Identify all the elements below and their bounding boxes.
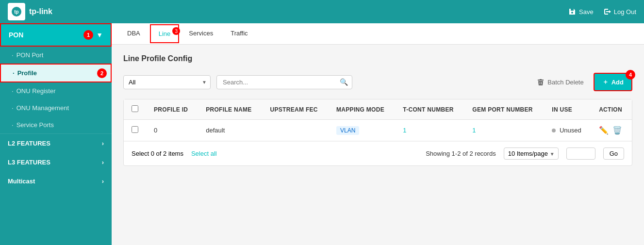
cell-profile-name: default <box>198 120 262 141</box>
tab-services[interactable]: Services <box>181 25 221 43</box>
sidebar-item-profile[interactable]: · Profile 2 <box>0 64 112 82</box>
select-all-link[interactable]: Select all <box>191 150 217 157</box>
cell-mapping-mode: VLAN <box>329 120 395 141</box>
col-header-mapping-mode: MAPPING MODE <box>329 99 395 120</box>
logout-button[interactable]: Log Out <box>603 8 636 16</box>
cell-upstream-fec <box>263 120 329 141</box>
vlan-badge: VLAN <box>336 126 359 135</box>
save-button[interactable]: Save <box>568 8 594 16</box>
sidebar-item-multicast[interactable]: Multicast › <box>0 172 112 191</box>
tab-line-badge: 3 <box>172 27 180 35</box>
svg-text:tp: tp <box>14 9 18 15</box>
cell-t-cont-number: 1 <box>395 120 464 141</box>
layout: PON 1 ▼ · PON Port · Profile 2 · ONU Reg… <box>0 23 644 245</box>
search-input[interactable] <box>221 76 340 89</box>
page-title: Line Profile Config <box>123 54 632 63</box>
logo: tp tp-link <box>8 3 52 20</box>
col-header-profile-id: PROFILE ID <box>146 99 198 120</box>
col-header-in-use: IN USE <box>544 99 591 120</box>
col-header-t-cont-number: T-CONT NUMBER <box>395 99 464 120</box>
t-cont-link[interactable]: 1 <box>403 127 406 134</box>
actions-right: Batch Delete ＋ Add 4 <box>531 73 632 91</box>
sidebar-item-l3-features[interactable]: L3 FEATURES › <box>0 153 112 172</box>
edit-icon[interactable]: ✏️ <box>599 126 609 135</box>
col-header-action: ACTION <box>591 99 632 120</box>
add-badge: 4 <box>626 70 635 80</box>
logo-text: tp-link <box>29 7 52 16</box>
delete-icon[interactable]: 🗑️ <box>612 126 622 135</box>
col-header-profile-name: PROFILE NAME <box>198 99 262 120</box>
row-checkbox[interactable] <box>132 126 138 133</box>
go-button[interactable]: Go <box>603 147 624 160</box>
cell-gem-port-number: 1 <box>464 120 544 141</box>
pon-section: PON 1 ▼ · PON Port · Profile 2 · ONU Reg… <box>0 23 112 134</box>
header-actions: Save Log Out <box>568 8 636 16</box>
select-count: Select 0 of 2 items <box>132 150 183 157</box>
search-icon: 🔍 <box>340 78 348 86</box>
sidebar-item-l2-features[interactable]: L2 FEATURES › <box>0 134 112 153</box>
content-area: Line Profile Config All 🔍 Batch Delete <box>112 45 644 176</box>
status-text: Unused <box>560 127 581 134</box>
sidebar-item-onu-register[interactable]: · ONU Register <box>0 82 112 99</box>
cell-profile-id: 0 <box>146 120 198 141</box>
sidebar-item-pon[interactable]: PON 1 ▼ <box>0 23 112 47</box>
sidebar-item-service-ports[interactable]: · Service Ports <box>0 116 112 133</box>
tab-traffic[interactable]: Traffic <box>223 25 255 43</box>
col-header-gem-port-number: GEM PORT NUMBER <box>464 99 544 120</box>
table-header-row: PROFILE ID PROFILE NAME UPSTREAM FEC MAP… <box>124 99 632 120</box>
status-dot <box>552 129 556 132</box>
cell-action: ✏️ 🗑️ <box>591 120 632 141</box>
tab-dba[interactable]: DBA <box>119 25 148 43</box>
logo-icon: tp <box>8 3 25 20</box>
page-size-wrapper: 10 Items/page 20 Items/page 50 Items/pag… <box>504 147 559 160</box>
main-content: DBA Line 3 Services Traffic Line Profile… <box>112 23 644 245</box>
gem-port-link[interactable]: 1 <box>472 127 476 134</box>
profile-table: PROFILE ID PROFILE NAME UPSTREAM FEC MAP… <box>124 99 632 141</box>
add-button[interactable]: ＋ Add 4 <box>594 73 632 91</box>
table-footer: Select 0 of 2 items Select all Showing 1… <box>124 141 632 165</box>
pon-badge: 1 <box>83 30 93 40</box>
col-header-upstream-fec: UPSTREAM FEC <box>263 99 329 120</box>
action-icons: ✏️ 🗑️ <box>599 126 624 135</box>
table-container: PROFILE ID PROFILE NAME UPSTREAM FEC MAP… <box>123 99 632 166</box>
pagination-info: Showing 1-2 of 2 records <box>426 150 496 157</box>
header: tp tp-link Save Log Out <box>0 0 644 23</box>
page-go-input[interactable] <box>566 147 595 160</box>
tab-bar: DBA Line 3 Services Traffic <box>112 23 644 45</box>
search-box: 🔍 <box>216 75 352 89</box>
select-all-checkbox[interactable] <box>132 105 138 112</box>
filter-bar: All 🔍 Batch Delete ＋ Add 4 <box>123 73 632 91</box>
sidebar-item-pon-port[interactable]: · PON Port <box>0 47 112 64</box>
sidebar: PON 1 ▼ · PON Port · Profile 2 · ONU Reg… <box>0 23 112 245</box>
showing-info: Showing 1-2 of 2 records <box>426 150 496 157</box>
batch-delete-button[interactable]: Batch Delete <box>531 75 589 89</box>
cell-in-use: Unused <box>544 120 591 141</box>
filter-select[interactable]: All <box>123 75 211 89</box>
filter-select-wrapper: All <box>123 75 211 89</box>
tab-line[interactable]: Line 3 <box>150 24 180 43</box>
page-size-select[interactable]: 10 Items/page 20 Items/page 50 Items/pag… <box>504 147 559 160</box>
table-row: 0 default VLAN 1 1 <box>124 120 632 141</box>
sidebar-item-onu-management[interactable]: · ONU Management <box>0 99 112 116</box>
profile-badge: 2 <box>97 68 107 78</box>
